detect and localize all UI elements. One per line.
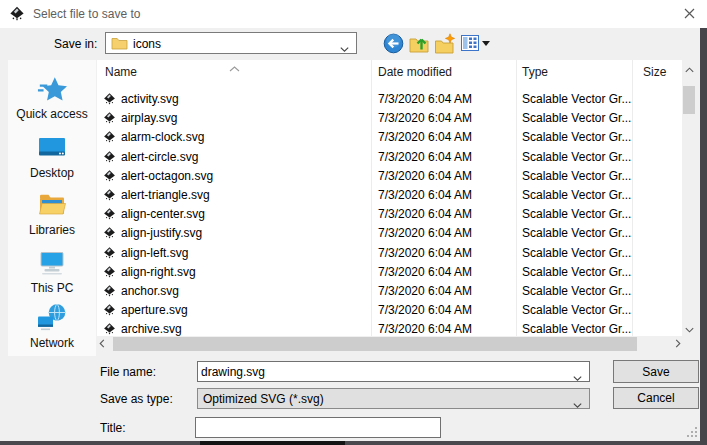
view-menu-button[interactable]: [458, 33, 482, 55]
file-name: archive.svg: [121, 322, 182, 336]
file-date-modified: 7/3/2020 6:04 AM: [378, 92, 472, 106]
inkscape-file-icon: [103, 322, 116, 336]
file-type: Scalable Vector Gr...: [522, 207, 631, 221]
inkscape-file-icon: [103, 150, 116, 167]
file-row[interactable]: airplay.svg 7/3/2020 6:04 AM Scalable Ve…: [97, 108, 682, 128]
file-type: Scalable Vector Gr...: [522, 303, 631, 317]
file-name: align-center.svg: [121, 207, 205, 221]
scroll-up-icon[interactable]: [682, 62, 696, 74]
file-date-modified: 7/3/2020 6:04 AM: [378, 130, 472, 144]
file-row[interactable]: alert-triangle.svg 7/3/2020 6:04 AM Scal…: [97, 185, 682, 205]
file-type: Scalable Vector Gr...: [522, 246, 631, 260]
scroll-down-icon[interactable]: [682, 322, 696, 334]
file-row[interactable]: aperture.svg 7/3/2020 6:04 AM Scalable V…: [97, 300, 682, 320]
sidebar-item-this-pc[interactable]: This PC: [8, 248, 96, 295]
inkscape-file-icon: [103, 111, 116, 128]
file-name: airplay.svg: [121, 111, 177, 125]
scroll-right-icon[interactable]: [675, 338, 687, 350]
inkscape-file-icon: [103, 303, 116, 320]
file-row[interactable]: alert-circle.svg 7/3/2020 6:04 AM Scalab…: [97, 147, 682, 167]
view-menu-dropdown-icon[interactable]: [482, 41, 490, 50]
file-type: Scalable Vector Gr...: [522, 130, 631, 144]
file-date-modified: 7/3/2020 6:04 AM: [378, 284, 472, 298]
save-as-type-value: Optimized SVG (*.svg): [203, 392, 324, 406]
file-name-combobox[interactable]: [197, 361, 590, 382]
file-name-input[interactable]: [201, 363, 568, 380]
save-in-combobox[interactable]: icons: [105, 32, 357, 54]
inkscape-file-icon: [103, 246, 116, 263]
file-row[interactable]: anchor.svg 7/3/2020 6:04 AM Scalable Vec…: [97, 281, 682, 301]
file-row[interactable]: alarm-clock.svg 7/3/2020 6:04 AM Scalabl…: [97, 127, 682, 147]
title-bar[interactable]: Select file to save to: [0, 0, 707, 28]
file-date-modified: 7/3/2020 6:04 AM: [378, 226, 472, 240]
inkscape-file-icon: [103, 284, 116, 301]
sidebar-item-network[interactable]: Network: [8, 303, 96, 350]
chevron-down-icon: [573, 397, 582, 411]
back-button[interactable]: [381, 33, 405, 55]
file-row[interactable]: align-justify.svg 7/3/2020 6:04 AM Scala…: [97, 223, 682, 243]
file-row[interactable]: archive.svg 7/3/2020 6:04 AM Scalable Ve…: [97, 319, 682, 336]
sidebar-item-quick-access[interactable]: Quick access: [8, 74, 96, 121]
view-grid-icon: [460, 41, 480, 56]
file-row[interactable]: align-right.svg 7/3/2020 6:04 AM Scalabl…: [97, 262, 682, 282]
inkscape-logo-icon: [9, 6, 25, 22]
file-type: Scalable Vector Gr...: [522, 322, 631, 336]
file-name-label: File name:: [100, 365, 156, 379]
file-name: aperture.svg: [121, 303, 188, 317]
inkscape-file-icon: [103, 130, 116, 147]
close-button[interactable]: [672, 0, 707, 28]
file-name: alert-octagon.svg: [121, 169, 213, 183]
file-row[interactable]: align-center.svg 7/3/2020 6:04 AM Scalab…: [97, 204, 682, 224]
file-name: align-left.svg: [121, 246, 188, 260]
file-name: alarm-clock.svg: [121, 130, 204, 144]
inkscape-file-icon: [103, 188, 116, 205]
cancel-button[interactable]: Cancel: [613, 387, 699, 409]
save-as-type-dropdown[interactable]: Optimized SVG (*.svg): [197, 388, 590, 409]
file-date-modified: 7/3/2020 6:04 AM: [378, 188, 472, 202]
title-input[interactable]: [199, 419, 435, 436]
file-date-modified: 7/3/2020 6:04 AM: [378, 265, 472, 279]
file-type: Scalable Vector Gr...: [522, 92, 631, 106]
save-button[interactable]: Save: [613, 360, 699, 383]
file-name: align-justify.svg: [121, 226, 202, 240]
file-row[interactable]: alert-octagon.svg 7/3/2020 6:04 AM Scala…: [97, 166, 682, 186]
sidebar-item-desktop[interactable]: Desktop: [8, 133, 96, 180]
vertical-scrollbar-thumb[interactable]: [683, 86, 695, 114]
back-arrow-icon: [383, 42, 404, 57]
inkscape-file-icon: [103, 265, 116, 282]
sidebar-item-label: Network: [8, 336, 96, 350]
file-rows: activity.svg 7/3/2020 6:04 AM Scalable V…: [97, 60, 682, 336]
file-type: Scalable Vector Gr...: [522, 265, 631, 279]
file-date-modified: 7/3/2020 6:04 AM: [378, 169, 472, 183]
file-row[interactable]: activity.svg 7/3/2020 6:04 AM Scalable V…: [97, 89, 682, 109]
scroll-left-icon[interactable]: [99, 338, 111, 350]
places-sidebar: Quick access Desktop Libraries This PC N…: [8, 60, 96, 356]
vertical-scrollbar[interactable]: [682, 60, 696, 336]
folder-up-icon: [408, 43, 430, 58]
sidebar-item-libraries[interactable]: Libraries: [8, 190, 96, 237]
inkscape-file-icon: [103, 207, 116, 224]
file-date-modified: 7/3/2020 6:04 AM: [378, 150, 472, 164]
up-one-level-button[interactable]: [407, 33, 431, 55]
sidebar-item-label: Desktop: [8, 166, 96, 180]
file-row[interactable]: align-left.svg 7/3/2020 6:04 AM Scalable…: [97, 243, 682, 263]
network-globe-icon: [8, 303, 96, 333]
file-date-modified: 7/3/2020 6:04 AM: [378, 246, 472, 260]
save-as-type-label: Save as type:: [100, 392, 173, 406]
resize-grip[interactable]: [687, 427, 698, 441]
chevron-down-icon: [573, 370, 582, 384]
sidebar-item-label: This PC: [8, 281, 96, 295]
file-name: alert-circle.svg: [121, 150, 198, 164]
file-type: Scalable Vector Gr...: [522, 150, 631, 164]
chevron-down-icon: [340, 41, 349, 55]
save-in-location: icons: [133, 37, 161, 51]
horizontal-scrollbar[interactable]: [97, 336, 696, 352]
file-list-pane: Name Date modified Type Size activity.sv…: [97, 60, 696, 352]
create-new-folder-button[interactable]: [433, 33, 457, 55]
title-field[interactable]: [195, 417, 441, 438]
close-icon: [684, 7, 695, 22]
save-in-label: Save in:: [54, 37, 97, 51]
background-app-edge: [200, 441, 345, 445]
file-name: activity.svg: [121, 92, 179, 106]
horizontal-scrollbar-thumb[interactable]: [113, 337, 637, 351]
